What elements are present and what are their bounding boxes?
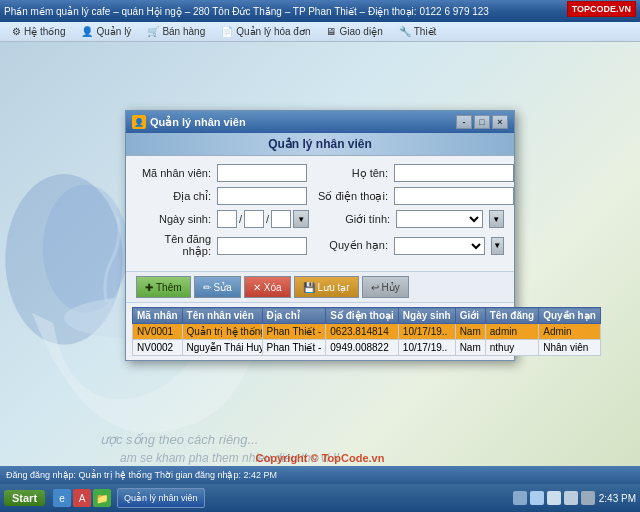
- col-ma: Mã nhân: [133, 308, 183, 324]
- taskbar-active-window[interactable]: Quản lý nhân viên: [117, 488, 205, 508]
- taskbar-right: 2:43 PM: [513, 491, 636, 505]
- systray-icon-4: [564, 491, 578, 505]
- modal-close-button[interactable]: ×: [492, 115, 508, 129]
- form-row-2: Địa chỉ: Số điện thoại:: [136, 187, 504, 205]
- col-ngaysinh: Ngày sinh: [398, 308, 455, 324]
- deco-line1: ược sống theo cách riêng...: [100, 432, 258, 447]
- menu-item-banhang[interactable]: 🛒 Bán hàng: [139, 24, 213, 39]
- systray-icon-1: [513, 491, 527, 505]
- date-picker-button[interactable]: ▼: [293, 210, 309, 228]
- gioi-tinh-label: Giới tính:: [315, 213, 390, 226]
- table-row[interactable]: NV0001Quản trị hệ thốngPhan Thiết -0623.…: [133, 324, 601, 340]
- gioi-tinh-select[interactable]: Nam Nữ: [396, 210, 482, 228]
- giaodien-icon: 🖥: [326, 26, 336, 37]
- quick-launch-ie[interactable]: e: [53, 489, 71, 507]
- gioi-tinh-dropdown-button[interactable]: ▼: [489, 210, 504, 228]
- xoa-label: Xóa: [264, 282, 282, 293]
- taskbar-system-icons: [513, 491, 595, 505]
- hoadon-icon: 📄: [221, 26, 233, 37]
- cell-3: 0623.814814: [326, 324, 399, 340]
- ten-dang-nhap-input[interactable]: [217, 237, 307, 255]
- cell-1: Quản trị hệ thống: [182, 324, 262, 340]
- huy-button[interactable]: ↩ Hủy: [362, 276, 409, 298]
- luu-button[interactable]: 💾 Lưu tạr: [294, 276, 359, 298]
- date-group: / / ▼: [217, 210, 309, 228]
- nam-input[interactable]: [271, 210, 291, 228]
- cell-4: 10/17/19..: [398, 324, 455, 340]
- employee-table: Mã nhân Tên nhân viên Địa chỉ Số điện th…: [132, 307, 601, 356]
- systray-icon-3: [547, 491, 561, 505]
- start-button[interactable]: Start: [4, 490, 45, 506]
- dia-chi-input[interactable]: [217, 187, 307, 205]
- ma-nhan-vien-input[interactable]: [217, 164, 307, 182]
- quick-launch-app[interactable]: A: [73, 489, 91, 507]
- modal-title-left: 👤 Quản lý nhân viên: [132, 115, 246, 129]
- menu-giaodien-label: Giao diện: [339, 26, 382, 37]
- menu-item-thiet[interactable]: 🔧 Thiết: [391, 24, 445, 39]
- cell-0: NV0002: [133, 340, 183, 356]
- table-row[interactable]: NV0002Nguyễn Thái HuyPhan Thiết -0949.00…: [133, 340, 601, 356]
- quyen-han-label: Quyền hạn:: [313, 239, 388, 252]
- menu-item-hoadon[interactable]: 📄 Quản lý hóa đơn: [213, 24, 318, 39]
- xoa-button[interactable]: ✕ Xóa: [244, 276, 291, 298]
- form-row-1: Mã nhân viên: Họ tên:: [136, 164, 504, 182]
- cell-5: Nam: [455, 340, 485, 356]
- them-label: Thêm: [156, 282, 182, 293]
- them-button[interactable]: ✚ Thêm: [136, 276, 191, 298]
- modal-title-text: Quản lý nhân viên: [150, 116, 246, 129]
- modal-table-area: Mã nhân Tên nhân viên Địa chỉ Số điện th…: [126, 303, 514, 360]
- menu-item-quanly[interactable]: 👤 Quản lý: [73, 24, 139, 39]
- cell-0: NV0001: [133, 324, 183, 340]
- ho-ten-input[interactable]: [394, 164, 514, 182]
- menu-quanly-label: Quản lý: [96, 26, 131, 37]
- modal-banner: Quản lý nhân viên: [126, 133, 514, 156]
- ngay-sinh-label: Ngày sinh:: [136, 213, 211, 225]
- desktop: ược sống theo cách riêng... am se kham p…: [0, 0, 640, 512]
- menubar: ⚙ Hệ thống 👤 Quản lý 🛒 Bán hàng 📄 Quản l…: [0, 22, 640, 42]
- modal-title-icon: 👤: [132, 115, 146, 129]
- col-diachi: Địa chỉ: [262, 308, 326, 324]
- thang-input[interactable]: [244, 210, 264, 228]
- menu-thiet-label: Thiết: [414, 26, 437, 37]
- os-titlebar: Phần mềm quản lý cafe – quán Hội ngộ – 2…: [0, 0, 640, 22]
- col-tendang: Tên đăng: [485, 308, 538, 324]
- banhang-icon: 🛒: [147, 26, 159, 37]
- form-row-3: Ngày sinh: / / ▼ Giới tính: Nam Nữ ▼: [136, 210, 504, 228]
- modal-minimize-button[interactable]: -: [456, 115, 472, 129]
- ngay-input[interactable]: [217, 210, 237, 228]
- col-ten: Tên nhân viên: [182, 308, 262, 324]
- quick-launch-folder[interactable]: 📁: [93, 489, 111, 507]
- ten-dang-nhap-label: Tên đăng nhập:: [136, 233, 211, 258]
- sua-button[interactable]: ✏ Sửa: [194, 276, 241, 298]
- form-row-4: Tên đăng nhập: Quyền hạn: Admin Nhân viê…: [136, 233, 504, 258]
- huy-icon: ↩: [371, 282, 379, 293]
- statusbar: Đăng đăng nhập: Quản trị hệ thống Thời g…: [0, 466, 640, 484]
- cell-7: Nhân viên: [539, 340, 601, 356]
- systray-icon-2: [530, 491, 544, 505]
- menu-item-giaodien[interactable]: 🖥 Giao diện: [318, 24, 390, 39]
- menu-system-label: Hệ thống: [24, 26, 65, 37]
- luu-label: Lưu tạr: [318, 282, 350, 293]
- taskbar-time: 2:43 PM: [599, 493, 636, 504]
- statusbar-text: Đăng đăng nhập: Quản trị hệ thống Thời g…: [6, 470, 277, 480]
- taskbar: Start e A 📁 Quản lý nhân viên 2:43 PM: [0, 484, 640, 512]
- copyright-text: Copyright © TopCode.vn: [256, 452, 385, 464]
- cell-4: 10/17/19..: [398, 340, 455, 356]
- col-gioi: Giới: [455, 308, 485, 324]
- os-logo: TOPCODE.VN: [567, 1, 636, 17]
- huy-label: Hủy: [382, 282, 400, 293]
- dia-chi-label: Địa chỉ:: [136, 190, 211, 203]
- modal-maximize-button[interactable]: □: [474, 115, 490, 129]
- so-dien-thoai-input[interactable]: [394, 187, 514, 205]
- system-icon: ⚙: [12, 26, 21, 37]
- sua-label: Sửa: [214, 282, 232, 293]
- ma-nhan-vien-label: Mã nhân viên:: [136, 167, 211, 179]
- sua-icon: ✏: [203, 282, 211, 293]
- date-sep2: /: [266, 213, 269, 225]
- cell-7: Admin: [539, 324, 601, 340]
- cell-2: Phan Thiết -: [262, 340, 326, 356]
- modal-form: Mã nhân viên: Họ tên: Địa chỉ: Số điện t…: [126, 156, 514, 271]
- menu-item-system[interactable]: ⚙ Hệ thống: [4, 24, 73, 39]
- quyen-han-dropdown-button[interactable]: ▼: [491, 237, 504, 255]
- quyen-han-select[interactable]: Admin Nhân viên: [394, 237, 485, 255]
